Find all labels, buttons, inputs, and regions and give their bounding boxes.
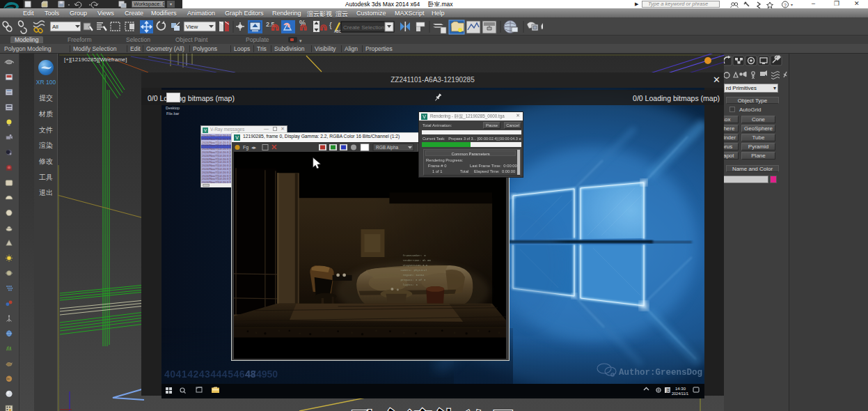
- svg-text:2.5: 2.5: [266, 21, 275, 28]
- svg-text:4950: 4950: [256, 369, 278, 380]
- svg-text:Fg: Fg: [243, 145, 248, 150]
- svg-text:View: View: [186, 24, 198, 30]
- svg-text:File.bar: File.bar: [166, 111, 180, 116]
- svg-text:Author:GreensDog: Author:GreensDog: [619, 368, 702, 378]
- svg-text:?: ?: [784, 3, 787, 8]
- svg-text:RGB Alpha: RGB Alpha: [376, 145, 399, 150]
- svg-text:▾: ▾: [791, 3, 793, 7]
- svg-text:{: {: [329, 21, 332, 29]
- svg-text:英: 英: [666, 388, 671, 394]
- svg-text:◂▸: ◂▸: [251, 145, 257, 150]
- svg-text:ABC: ABC: [334, 29, 342, 33]
- svg-text:48: 48: [245, 369, 256, 380]
- svg-text:%: %: [299, 20, 306, 27]
- svg-text:4041424344454647: 4041424344454647: [164, 369, 257, 380]
- svg-text:2024/11/1: 2024/11/1: [672, 391, 688, 396]
- svg-text:All: All: [52, 24, 58, 30]
- svg-text:14:30: 14:30: [675, 387, 686, 391]
